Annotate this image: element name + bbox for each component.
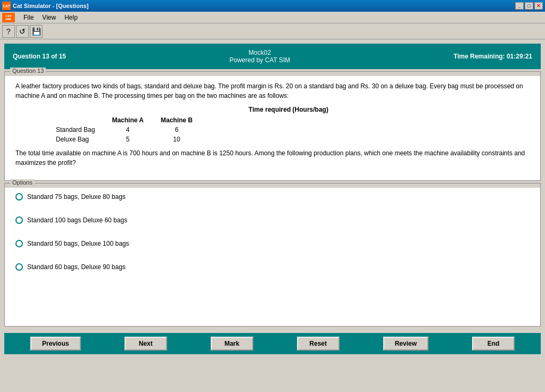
option-a-radio[interactable] [15, 193, 23, 201]
minimize-button[interactable]: _ [515, 2, 524, 10]
powered-by: Powered by CAT SIM [229, 56, 290, 64]
data-table: Time required (Hours/bag) Machine A Mach… [47, 106, 530, 144]
option-c[interactable]: Standard 50 bags, Deluxe 100 bags [15, 240, 530, 247]
mark-button[interactable]: Mark [211, 337, 253, 351]
table-row-standard: Standard Bag 4 6 [47, 125, 201, 135]
app-logo: CATSIM [2, 13, 15, 22]
question-follow-up: The total time available on machine A is… [15, 148, 530, 168]
option-d-radio[interactable] [15, 263, 23, 271]
option-b-label: Standard 100 bags Deluxe 60 bags [27, 216, 127, 224]
row-deluxe-b: 10 [152, 135, 201, 144]
main-content: Question 13 A leather factory produces t… [4, 71, 541, 327]
mock-info: Mock02 Powered by CAT SIM [229, 49, 290, 64]
row-deluxe-name: Deluxe Bag [47, 135, 103, 144]
review-button[interactable]: Review [383, 337, 428, 351]
reset-button[interactable]: Reset [297, 337, 340, 351]
table-row-deluxe: Deluxe Bag 5 10 [47, 135, 201, 144]
row-standard-b: 6 [152, 125, 201, 135]
option-b[interactable]: Standard 100 bags Deluxe 60 bags [15, 216, 530, 224]
question-section: Question 13 A leather factory produces t… [4, 71, 541, 181]
table-col-name [47, 115, 103, 125]
question-text: A leather factory produces two kinds of … [15, 81, 530, 101]
row-deluxe-a: 5 [103, 135, 152, 144]
end-button[interactable]: End [472, 337, 515, 351]
menu-bar: CATSIM File View Help [0, 12, 545, 23]
row-standard-a: 4 [103, 125, 152, 135]
close-button[interactable]: ✕ [534, 2, 543, 10]
table-header: Time required (Hours/bag) [47, 106, 530, 113]
restore-button[interactable]: □ [525, 2, 533, 10]
header-banner: Question 13 of 15 Mock02 Powered by CAT … [4, 44, 541, 69]
app-icon: CAT [2, 2, 11, 10]
toolbar-help-button[interactable]: ? [2, 25, 15, 38]
option-a-label: Standard 75 bags, Deluxe 80 bags [27, 193, 126, 201]
option-b-radio[interactable] [15, 216, 23, 224]
mock-title: Mock02 [229, 49, 290, 56]
title-bar: CAT Cat Simulator - [Questions] _ □ ✕ [0, 0, 545, 12]
previous-button[interactable]: Previous [30, 337, 81, 351]
toolbar-save-button[interactable]: 💾 [30, 25, 43, 38]
next-button[interactable]: Next [125, 337, 167, 351]
option-d-label: Standard 60 bags, Deluxe 90 bags [27, 263, 126, 271]
menu-file[interactable]: File [19, 13, 38, 22]
timer: Time Remaining: 01:29:21 [453, 53, 532, 60]
options-section-label: Options [10, 179, 35, 186]
toolbar-refresh-button[interactable]: ↺ [16, 25, 29, 38]
menu-help[interactable]: Help [60, 13, 82, 22]
question-counter: Question 13 of 15 [13, 53, 66, 60]
window-controls: _ □ ✕ [515, 2, 543, 10]
option-c-radio[interactable] [15, 240, 23, 247]
bottom-nav: Previous Next Mark Reset Review End [4, 333, 541, 354]
option-a[interactable]: Standard 75 bags, Deluxe 80 bags [15, 193, 530, 201]
row-standard-name: Standard Bag [47, 125, 103, 135]
question-body: A leather factory produces two kinds of … [5, 76, 540, 180]
toolbar: ? ↺ 💾 [0, 23, 545, 39]
question-section-label: Question 13 [10, 68, 46, 74]
option-c-label: Standard 50 bags, Deluxe 100 bags [27, 240, 129, 247]
table-col-b: Machine B [152, 115, 201, 125]
option-d[interactable]: Standard 60 bags, Deluxe 90 bags [15, 263, 530, 271]
window-title: Cat Simulator - [Questions] [13, 3, 88, 9]
table-col-a: Machine A [103, 115, 152, 125]
menu-view[interactable]: View [38, 13, 60, 22]
options-section: Options Standard 75 bags, Deluxe 80 bags… [4, 183, 541, 327]
options-body: Standard 75 bags, Deluxe 80 bags Standar… [5, 188, 540, 326]
